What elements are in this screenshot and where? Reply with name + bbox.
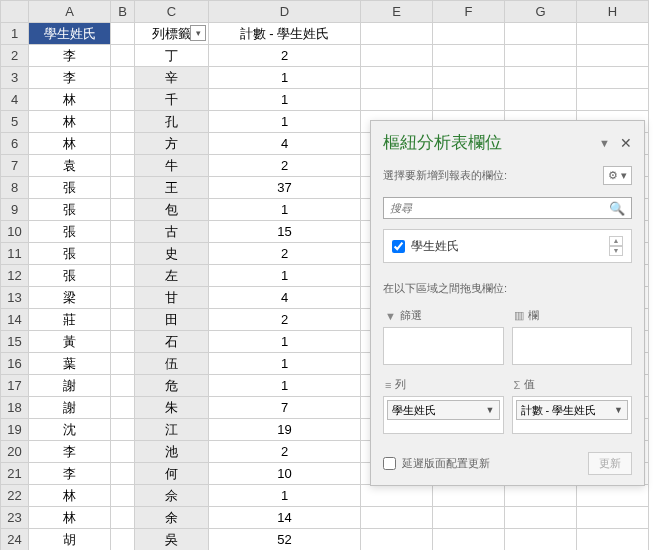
row-header-19[interactable]: 19 [1, 419, 29, 441]
cell-G2[interactable] [505, 45, 577, 67]
cell-D15[interactable]: 1 [209, 331, 361, 353]
cell-C19[interactable]: 江 [135, 419, 209, 441]
cell-A20[interactable]: 李 [29, 441, 111, 463]
cell-A6[interactable]: 林 [29, 133, 111, 155]
cell-D23[interactable]: 14 [209, 507, 361, 529]
cell-H4[interactable] [577, 89, 649, 111]
cell-A15[interactable]: 黃 [29, 331, 111, 353]
col-header-E[interactable]: E [361, 1, 433, 23]
cell-B6[interactable] [111, 133, 135, 155]
cell-C1-pivot-header[interactable]: 列標籤▾ [135, 23, 209, 45]
cell-E22[interactable] [361, 485, 433, 507]
row-23[interactable]: 23林余14 [1, 507, 649, 529]
cell-C12[interactable]: 左 [135, 265, 209, 287]
row-header-7[interactable]: 7 [1, 155, 29, 177]
cell-B15[interactable] [111, 331, 135, 353]
chevron-down-icon[interactable]: ▼ [609, 246, 623, 256]
cell-A18[interactable]: 謝 [29, 397, 111, 419]
cell-C11[interactable]: 史 [135, 243, 209, 265]
chip-dropdown-icon[interactable]: ▼ [486, 405, 495, 415]
cell-B17[interactable] [111, 375, 135, 397]
cell-D5[interactable]: 1 [209, 111, 361, 133]
cell-C22[interactable]: 佘 [135, 485, 209, 507]
row-header-21[interactable]: 21 [1, 463, 29, 485]
col-header-B[interactable]: B [111, 1, 135, 23]
cell-A7[interactable]: 袁 [29, 155, 111, 177]
cell-B23[interactable] [111, 507, 135, 529]
cell-G24[interactable] [505, 529, 577, 551]
cell-C5[interactable]: 孔 [135, 111, 209, 133]
row-1[interactable]: 1學生姓氏列標籤▾計數 - 學生姓氏 [1, 23, 649, 45]
cell-C24[interactable]: 吳 [135, 529, 209, 551]
cell-D9[interactable]: 1 [209, 199, 361, 221]
row-header-5[interactable]: 5 [1, 111, 29, 133]
row-header-3[interactable]: 3 [1, 67, 29, 89]
row-3[interactable]: 3李辛1 [1, 67, 649, 89]
cell-H24[interactable] [577, 529, 649, 551]
cell-B10[interactable] [111, 221, 135, 243]
cell-C4[interactable]: 千 [135, 89, 209, 111]
row-header-2[interactable]: 2 [1, 45, 29, 67]
cell-F24[interactable] [433, 529, 505, 551]
cell-F2[interactable] [433, 45, 505, 67]
cell-D8[interactable]: 37 [209, 177, 361, 199]
row-header-11[interactable]: 11 [1, 243, 29, 265]
cell-E2[interactable] [361, 45, 433, 67]
row-header-17[interactable]: 17 [1, 375, 29, 397]
cell-B13[interactable] [111, 287, 135, 309]
cell-B5[interactable] [111, 111, 135, 133]
cell-C15[interactable]: 石 [135, 331, 209, 353]
cell-C3[interactable]: 辛 [135, 67, 209, 89]
cell-D22[interactable]: 1 [209, 485, 361, 507]
area-filters-drop[interactable] [383, 327, 504, 365]
cell-A8[interactable]: 張 [29, 177, 111, 199]
cell-C16[interactable]: 伍 [135, 353, 209, 375]
search-icon[interactable]: 🔍 [603, 201, 631, 216]
cell-E3[interactable] [361, 67, 433, 89]
row-header-15[interactable]: 15 [1, 331, 29, 353]
row-header-14[interactable]: 14 [1, 309, 29, 331]
cell-C21[interactable]: 何 [135, 463, 209, 485]
cell-H23[interactable] [577, 507, 649, 529]
chip-values-count[interactable]: 計數 - 學生姓氏 ▼ [516, 400, 629, 420]
cell-A12[interactable]: 張 [29, 265, 111, 287]
cell-D2[interactable]: 2 [209, 45, 361, 67]
col-header-C[interactable]: C [135, 1, 209, 23]
row-header-20[interactable]: 20 [1, 441, 29, 463]
cell-H1[interactable] [577, 23, 649, 45]
row-header-24[interactable]: 24 [1, 529, 29, 551]
cell-D19[interactable]: 19 [209, 419, 361, 441]
col-header-A[interactable]: A [29, 1, 111, 23]
cell-A2[interactable]: 李 [29, 45, 111, 67]
field-list[interactable]: 學生姓氏 ▲ ▼ [383, 229, 632, 263]
row-header-4[interactable]: 4 [1, 89, 29, 111]
cell-D24[interactable]: 52 [209, 529, 361, 551]
row-header-12[interactable]: 12 [1, 265, 29, 287]
cell-G4[interactable] [505, 89, 577, 111]
area-filters[interactable]: ▼篩選 [383, 304, 504, 365]
cell-A21[interactable]: 李 [29, 463, 111, 485]
cell-B22[interactable] [111, 485, 135, 507]
field-checkbox[interactable] [392, 240, 405, 253]
cell-C13[interactable]: 甘 [135, 287, 209, 309]
cell-F3[interactable] [433, 67, 505, 89]
cell-B3[interactable] [111, 67, 135, 89]
cell-B19[interactable] [111, 419, 135, 441]
cell-A22[interactable]: 林 [29, 485, 111, 507]
row-2[interactable]: 2李丁2 [1, 45, 649, 67]
cell-B8[interactable] [111, 177, 135, 199]
cell-C2[interactable]: 丁 [135, 45, 209, 67]
cell-H3[interactable] [577, 67, 649, 89]
cell-B1[interactable] [111, 23, 135, 45]
cell-G1[interactable] [505, 23, 577, 45]
row-header-13[interactable]: 13 [1, 287, 29, 309]
col-header-F[interactable]: F [433, 1, 505, 23]
cell-A5[interactable]: 林 [29, 111, 111, 133]
cell-A9[interactable]: 張 [29, 199, 111, 221]
cell-D14[interactable]: 2 [209, 309, 361, 331]
cell-B21[interactable] [111, 463, 135, 485]
cell-A11[interactable]: 張 [29, 243, 111, 265]
search-input[interactable]: 🔍 [383, 197, 632, 219]
row-24[interactable]: 24胡吳52 [1, 529, 649, 551]
row-4[interactable]: 4林千1 [1, 89, 649, 111]
